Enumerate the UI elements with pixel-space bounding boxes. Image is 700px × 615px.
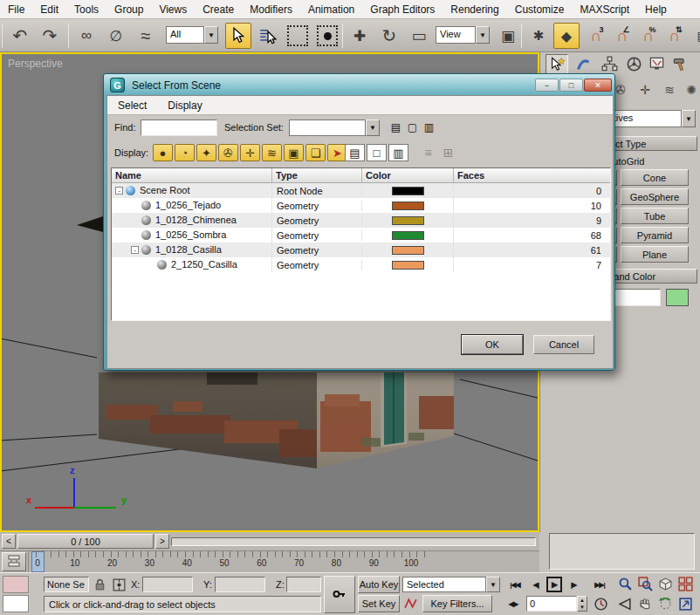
minimize-button[interactable]: − <box>535 79 559 92</box>
mini-curve-editor-button[interactable] <box>2 552 26 571</box>
menu-help[interactable]: Help <box>637 1 675 18</box>
menu-maxscript[interactable]: MAXScript <box>572 1 637 18</box>
subtract-selected-from-set-icon[interactable]: ▥ <box>422 120 436 134</box>
zoom-icon[interactable] <box>616 576 635 593</box>
reference-coordinate-dropdown[interactable]: View▼ <box>436 26 490 44</box>
object-button-cone[interactable]: Cone <box>621 169 689 186</box>
edit-named-selections-icon[interactable]: ▤ <box>388 120 403 134</box>
menu-views[interactable]: Views <box>151 1 195 18</box>
orbit-icon[interactable] <box>656 596 675 613</box>
selection-lock-icon[interactable] <box>91 577 109 594</box>
object-button-pyramid[interactable]: Pyramid <box>621 227 689 243</box>
menu-rendering[interactable]: Rendering <box>443 1 506 18</box>
zoom-extents-all-icon[interactable] <box>676 576 695 593</box>
selection-filter-dropdown[interactable]: All▼ <box>166 26 218 44</box>
helpers-category-icon[interactable]: ✛ <box>635 80 655 99</box>
table-row-1_0256_tejado[interactable]: 1_0256_TejadoGeometry10 <box>112 198 610 213</box>
x-coordinate-field[interactable] <box>142 577 193 592</box>
key-mode-dropdown[interactable]: Selected ▼ <box>402 577 500 592</box>
menu-animation[interactable]: Animation <box>300 1 362 18</box>
tab-create[interactable] <box>546 54 568 75</box>
time-slider-track[interactable] <box>171 537 536 546</box>
table-row-1_0128_chimenea[interactable]: 1_0128_ChimeneaGeometry9 <box>112 213 610 228</box>
select-and-link-button[interactable]: ∞ <box>73 23 100 49</box>
display-groups-icon[interactable]: ▣ <box>284 144 304 161</box>
current-frame-field[interactable]: 0 <box>526 596 577 612</box>
absolute-mode-icon[interactable] <box>110 577 128 594</box>
menu-file[interactable]: File <box>0 1 32 18</box>
menu-group[interactable]: Group <box>106 1 151 18</box>
display-helpers-icon[interactable]: ✛ <box>240 144 260 161</box>
new-key-curve-icon[interactable] <box>401 595 420 612</box>
dropdown-arrow-icon[interactable]: ▼ <box>204 26 218 44</box>
previous-frame-button[interactable]: ◀| <box>528 577 544 592</box>
pan-icon[interactable] <box>636 596 655 613</box>
menu-tools[interactable]: Tools <box>66 1 106 18</box>
table-row-scene-root[interactable]: -Scene RootRoot Node0 <box>112 183 610 198</box>
time-slider-handle[interactable]: 0 / 100 <box>17 534 154 549</box>
select-and-rotate-button[interactable]: ↻ <box>376 23 402 49</box>
undo-button[interactable]: ↶ <box>7 23 33 49</box>
column-header-type[interactable]: Type <box>272 168 362 182</box>
menu-edit[interactable]: Edit <box>32 1 66 18</box>
select-and-scale-button[interactable]: ▭ <box>406 23 432 49</box>
set-key-button[interactable]: Set Key <box>358 595 400 612</box>
object-button-plane[interactable]: Plane <box>621 246 689 263</box>
display-cameras-icon[interactable]: ✇ <box>218 144 238 161</box>
display-all-icon[interactable]: ▤ <box>345 144 365 161</box>
menu-create[interactable]: Create <box>195 1 242 18</box>
select-and-move-button[interactable]: ✚ <box>347 23 373 49</box>
zoom-all-icon[interactable] <box>636 576 655 593</box>
object-color-swatch[interactable] <box>666 289 689 306</box>
angle-snap-toggle-button[interactable]: ∩3 <box>583 23 609 49</box>
dialog-menu-select[interactable]: Select <box>107 97 157 114</box>
auto-key-button[interactable]: Auto Key <box>358 576 400 593</box>
ok-button[interactable]: OK <box>462 335 523 354</box>
add-selected-to-set-icon[interactable]: ▢ <box>405 120 420 134</box>
snaps-toggle-button[interactable]: ◆ <box>553 23 580 49</box>
display-shapes-icon[interactable]: ◔ <box>175 144 195 161</box>
set-keys-button[interactable] <box>324 576 355 613</box>
find-input[interactable] <box>141 120 217 136</box>
goto-end-button[interactable]: ▶▶| <box>589 577 610 592</box>
menu-graph-editors[interactable]: Graph Editors <box>362 1 443 18</box>
display-none-icon[interactable]: □ <box>367 144 387 161</box>
zoom-extents-icon[interactable] <box>656 576 675 593</box>
column-header-name[interactable]: Name <box>112 168 272 182</box>
tree-expander-icon[interactable]: - <box>131 246 139 254</box>
display-invert-icon[interactable]: ▥ <box>388 144 408 161</box>
table-row-2_1250_casilla[interactable]: 2_1250_CasillaGeometry7 <box>112 257 610 272</box>
named-selection-sets-button[interactable]: ▤ <box>690 23 700 49</box>
display-geometry-icon[interactable]: ● <box>153 144 173 161</box>
percent-snap-toggle-button[interactable]: ∩∠ <box>609 23 635 49</box>
cancel-button[interactable]: Cancel <box>533 335 594 354</box>
object-button-tube[interactable]: Tube <box>621 208 689 224</box>
unlink-selection-button[interactable]: ∅ <box>103 23 129 49</box>
menu-modifiers[interactable]: Modifiers <box>242 1 300 18</box>
frame-spinner[interactable]: ▲▼ <box>577 596 587 612</box>
snap-spinner-button[interactable]: ∩⇅ <box>662 23 688 49</box>
z-coordinate-field[interactable] <box>286 577 321 592</box>
dropdown-arrow-icon[interactable]: ▼ <box>486 577 500 592</box>
space-warps-category-icon[interactable]: ≋ <box>659 80 680 99</box>
dialog-menu-display[interactable]: Display <box>157 97 212 114</box>
display-space-warps-icon[interactable]: ≋ <box>262 144 282 161</box>
viewport-label[interactable]: Perspective <box>8 58 63 70</box>
key-filters-button[interactable]: Key Filters... <box>422 595 492 612</box>
close-button[interactable]: ✕ <box>584 79 612 92</box>
systems-category-icon[interactable]: ✺ <box>681 80 700 99</box>
tab-display[interactable] <box>645 54 668 75</box>
column-header-color[interactable]: Color <box>362 168 454 182</box>
time-slider-next-button[interactable]: > <box>155 534 169 549</box>
bind-to-space-warp-button[interactable]: ≈ <box>133 23 159 49</box>
time-slider-prev-button[interactable]: < <box>2 534 16 549</box>
track-bar-ruler[interactable]: 0102030405060708090100 <box>28 551 539 572</box>
display-xrefs-icon[interactable]: ❏ <box>305 144 326 161</box>
window-crossing-toggle-button[interactable] <box>314 23 340 49</box>
dropdown-arrow-icon[interactable]: ▼ <box>682 110 696 127</box>
display-lights-icon[interactable]: ✦ <box>196 144 216 161</box>
tree-expander-icon[interactable]: - <box>115 187 123 195</box>
maximize-button[interactable]: □ <box>559 79 583 92</box>
spinner-snap-toggle-button[interactable]: ∩% <box>635 23 662 49</box>
macro-recorder-line[interactable] <box>3 576 29 593</box>
